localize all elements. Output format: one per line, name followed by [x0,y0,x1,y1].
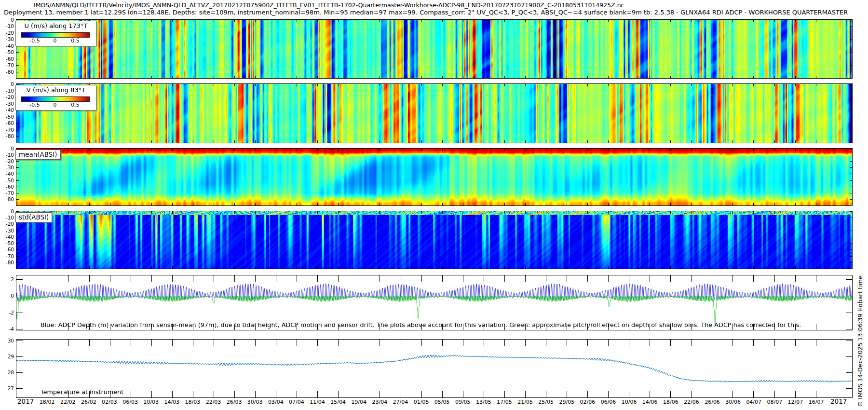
y-tick-label: -80 [0,259,14,266]
y-tick-label: -10 [0,151,14,158]
y-tick-label: -70 [0,62,14,68]
y-tick-label: -4 [0,326,14,332]
x-tick-label: 01/05 [411,399,432,405]
x-tick-label: 08/07 [764,399,785,405]
colorbar-tick-label: 0 [46,38,64,44]
y-tick-label: -10 [0,87,14,94]
x-tick-label: 11/04 [307,399,328,405]
y-tick-label: -10 [0,23,14,29]
x-tick-label: 06/06 [598,399,619,405]
x-tick-label: 19/04 [348,399,369,405]
y-tick-label: -70 [0,126,14,133]
y-tick-label: -40 [0,170,14,177]
mean-absi-label: mean(ABSI) [15,150,61,160]
x-tick-label: 05/05 [432,399,453,405]
v-colorbar [21,96,90,102]
y-tick-label: -2 [0,309,14,316]
imos-watermark: © IMOS 14-Dec-2025 13:06:39 Hobart time [856,275,864,407]
y-tick-label: -30 [0,164,14,171]
y-tick-label: 0 [0,208,14,215]
colorbar-tick-label: -0.5 [26,102,43,108]
x-tick-label: 12/07 [785,399,806,405]
x-tick-label: 13/05 [473,399,494,405]
x-tick-label: 21/05 [515,399,536,405]
y-tick-label: -50 [0,113,14,120]
x-tick-label: 18/02 [37,399,58,405]
x-tick-label: 06/03 [120,399,141,405]
depth-variation-caption: Blue: ADCP Depth (m) variation from sens… [41,321,801,328]
x-tick-label: 22/06 [681,399,702,405]
y-tick-label: -40 [0,107,14,113]
y-tick-label: -20 [0,220,14,227]
y-tick-label: -40 [0,42,14,49]
std-absi-label: std(ABSI) [15,212,52,222]
y-tick-label: -30 [0,227,14,234]
colorbar-tick-label: 0.5 [67,102,84,108]
figure-title: IMOS/ANMN/QLD/ITFFTB/Velocity/IMOS_ANMN-… [34,1,624,9]
y-tick-label: -70 [0,190,14,196]
y-tick-label: 0 [0,145,14,152]
y-tick-label: 0 [0,292,14,299]
y-tick-label: 0 [0,16,14,23]
y-tick-label: 29 [0,353,14,360]
y-tick-label: -60 [0,120,14,126]
x-tick-label: 26/02 [78,399,99,405]
x-tick-label: 27/04 [390,399,411,405]
x-tick-label: 26/03 [224,399,245,405]
y-tick-label: 0 [0,81,14,87]
y-tick-label: -20 [0,29,14,36]
v-legend-title: V (m/s) along 83°T [16,86,96,94]
std-absi-heatmap [16,211,852,269]
x-tick-label: 23/04 [369,399,390,405]
x-tick-label: 30/06 [722,399,744,405]
y-tick-label: -50 [0,177,14,184]
x-tick-label: 09/05 [452,399,474,405]
u-colorbar [21,32,90,38]
adcp-figure: IMOS/ANMN/QLD/ITFFTB/Velocity/IMOS_ANMN-… [0,0,868,410]
y-tick-label: -10 [0,214,14,221]
x-tick-label: 17/05 [494,399,515,405]
x-tick-label: 14/06 [639,399,661,405]
colorbar-tick-label: -0.5 [26,38,43,44]
temperature-label: Temperature at instrument [41,388,123,396]
y-tick-label: -20 [0,94,14,100]
v-velocity-heatmap [16,84,852,143]
x-tick-label: 02/06 [577,399,598,405]
x-tick-label: 15/04 [327,399,349,405]
figure-subtitle: Deployment 13, member 1 lat=12.29S lon=1… [4,9,848,16]
y-tick-label: -60 [0,183,14,190]
year-label-left: 2017 [17,397,34,405]
y-tick-label: -60 [0,246,14,253]
year-label-right: 2017 [830,397,847,405]
u-legend-title: U (m/s) along 173°T [16,22,96,29]
colorbar-tick-label: 0 [46,102,64,108]
x-tick-label: 04/07 [743,399,764,405]
y-tick-label: 27 [0,385,14,392]
v-colorbar-legend: V (m/s) along 83°T -0.5 0 0.5 [15,85,96,110]
x-tick-label: 14/03 [161,399,182,405]
u-velocity-heatmap [16,20,852,78]
x-tick-label: 03/04 [265,399,286,405]
x-tick-label: 22/02 [57,399,79,405]
x-tick-label: 10/06 [619,399,640,405]
mean-absi-heatmap [16,149,852,205]
x-tick-label: 26/06 [702,399,723,405]
temperature-panel [16,339,853,398]
u-colorbar-legend: U (m/s) along 173°T -0.5 0 0.5 [15,21,96,46]
y-tick-label: -50 [0,240,14,246]
colorbar-tick-label: 0.5 [67,38,84,44]
y-tick-label: -70 [0,253,14,260]
std-absi-panel [16,211,853,269]
x-tick-label: 25/05 [535,399,556,405]
v-velocity-panel [16,83,853,143]
x-tick-label: 22/03 [203,399,224,405]
x-tick-label: 02/03 [99,399,120,405]
mean-absi-panel [16,148,853,206]
x-tick-label: 29/05 [556,399,577,405]
x-tick-label: 07/04 [286,399,307,405]
y-tick-label: -30 [0,100,14,107]
x-tick-label: 18/06 [660,399,681,405]
y-tick-label: -20 [0,158,14,164]
y-tick-label: -80 [0,133,14,139]
y-tick-label: -80 [0,196,14,203]
